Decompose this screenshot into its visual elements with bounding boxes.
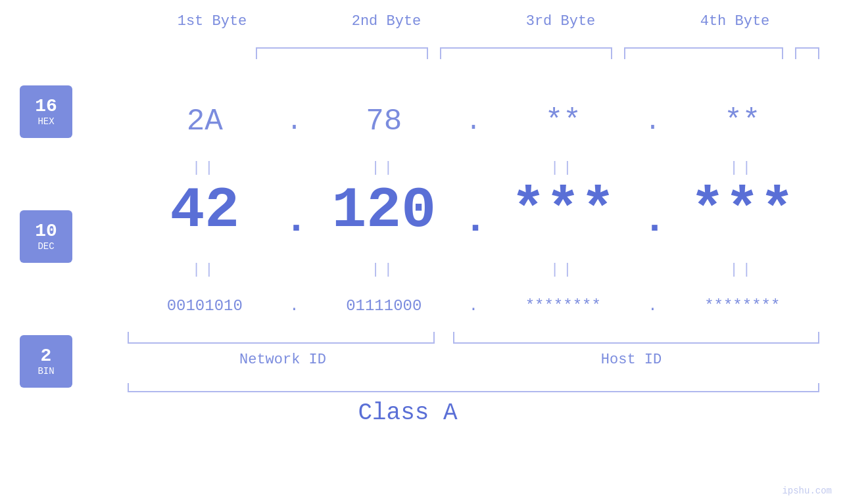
dec-dot1: . — [285, 178, 304, 242]
hex-label: HEX — [37, 116, 54, 127]
bin-badge: 2 BIN — [20, 335, 72, 388]
bin-dot1: . — [285, 297, 304, 315]
hex-dot2: . — [464, 107, 483, 137]
eq2-b3: || — [483, 262, 643, 278]
eq1-b1: || — [125, 160, 285, 176]
bin-b1: 00101010 — [125, 297, 285, 315]
byte4-header: 4th Byte — [648, 13, 822, 30]
hex-num: 16 — [35, 97, 57, 117]
dec-num: 10 — [35, 221, 57, 242]
bin-b4: ******** — [663, 297, 823, 315]
host-id-label: Host ID — [441, 352, 822, 368]
class-label: Class A — [0, 400, 815, 426]
equals-row-2: || || || || — [125, 256, 822, 283]
eq2-b2: || — [304, 262, 464, 278]
outer-bracket-svg — [125, 380, 822, 393]
eq2-b4: || — [663, 262, 823, 278]
dec-badge: 10 DEC — [20, 210, 72, 263]
eq1-b2: || — [304, 160, 464, 176]
dec-b2: 120 — [304, 178, 464, 243]
bottom-brackets-svg — [125, 329, 822, 348]
dec-dot3: . — [643, 178, 663, 242]
bin-row: 00101010 . 01111000 . ******** . *******… — [125, 283, 822, 329]
byte1-header: 1st Byte — [125, 13, 299, 30]
hex-b1: 2A — [125, 104, 285, 139]
hex-dot3: . — [643, 107, 663, 137]
bin-b3: ******** — [483, 297, 643, 315]
byte3-header: 3rd Byte — [473, 13, 648, 30]
dec-b4: *** — [663, 178, 823, 243]
hex-row: 2A . 78 . ** . ** — [125, 95, 822, 148]
bin-num: 2 — [41, 346, 52, 367]
byte2-header: 2nd Byte — [299, 13, 473, 30]
hex-b2: 78 — [304, 104, 464, 139]
dec-b3: *** — [483, 178, 643, 243]
bin-dot3: . — [643, 297, 663, 315]
dec-row: 42 . 120 . *** . *** — [125, 174, 822, 246]
hex-b3: ** — [483, 104, 643, 139]
eq2-b1: || — [125, 262, 285, 278]
top-brackets-svg — [125, 43, 822, 61]
id-labels: Network ID Host ID — [125, 352, 822, 368]
eq1-b3: || — [483, 160, 643, 176]
main-container: 1st Byte 2nd Byte 3rd Byte 4th Byte 16 H… — [0, 0, 845, 504]
eq1-b4: || — [663, 160, 823, 176]
dec-b1: 42 — [125, 178, 285, 243]
bin-b2: 01111000 — [304, 297, 464, 315]
dec-dot2: . — [464, 178, 483, 242]
bin-dot2: . — [464, 297, 483, 315]
hex-b4: ** — [663, 104, 823, 139]
base-labels: 16 HEX 10 DEC 2 BIN — [20, 85, 72, 388]
hex-dot1: . — [285, 107, 304, 137]
bin-label: BIN — [37, 366, 54, 377]
dec-label: DEC — [37, 241, 54, 252]
hex-badge: 16 HEX — [20, 85, 72, 138]
byte-headers: 1st Byte 2nd Byte 3rd Byte 4th Byte — [125, 13, 822, 30]
network-id-label: Network ID — [125, 352, 441, 368]
watermark: ipshu.com — [782, 486, 832, 496]
